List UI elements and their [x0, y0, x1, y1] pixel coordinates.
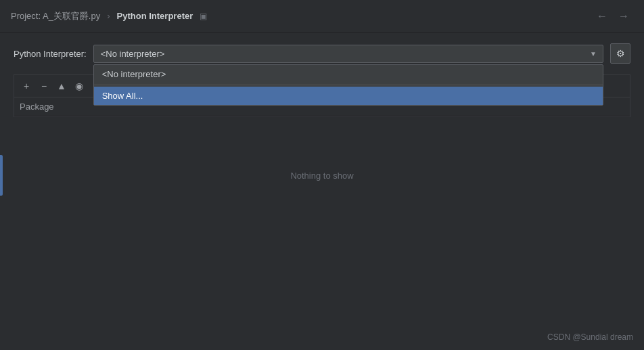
watermark: CSDN @Sundial dream [547, 332, 633, 342]
left-accent-bar [0, 155, 3, 196]
package-column-header: Package [20, 102, 54, 112]
add-package-button[interactable]: + [18, 78, 34, 94]
back-button[interactable]: ← [593, 7, 612, 25]
upgrade-package-button[interactable]: ▲ [53, 78, 70, 94]
interpreter-row: Python Interpreter: <No interpreter> Sho… [14, 43, 630, 64]
empty-state-text: Nothing to show [290, 170, 353, 180]
window-icon: ▣ [200, 12, 207, 21]
dropdown-item-no-interpreter[interactable]: <No interpreter> [94, 65, 603, 83]
dropdown-item-show-all[interactable]: Show All... [94, 87, 603, 105]
nav-arrows: ← → [593, 7, 633, 25]
forward-button[interactable]: → [614, 7, 633, 25]
show-options-button[interactable]: ◉ [71, 78, 87, 94]
interpreter-select-wrapper: <No interpreter> Show All... ▼ <No inter… [93, 45, 603, 63]
dropdown-divider [94, 85, 603, 85]
interpreter-select[interactable]: <No interpreter> Show All... [93, 45, 603, 63]
remove-package-button[interactable]: − [36, 78, 52, 94]
settings-button[interactable]: ⚙ [610, 43, 630, 64]
empty-state: Nothing to show [290, 170, 353, 180]
project-breadcrumb: Project: A_关联官爵.py [11, 10, 100, 22]
main-content: Python Interpreter: <No interpreter> Sho… [0, 32, 644, 128]
title-bar: Project: A_关联官爵.py › Python Interpreter … [0, 0, 644, 32]
interpreter-label: Python Interpreter: [14, 49, 87, 59]
breadcrumb-separator: › [107, 11, 110, 21]
interpreter-dropdown[interactable]: <No interpreter> Show All... [93, 64, 603, 106]
breadcrumb: Project: A_关联官爵.py › Python Interpreter … [11, 10, 593, 22]
page-title: Python Interpreter [117, 11, 193, 21]
